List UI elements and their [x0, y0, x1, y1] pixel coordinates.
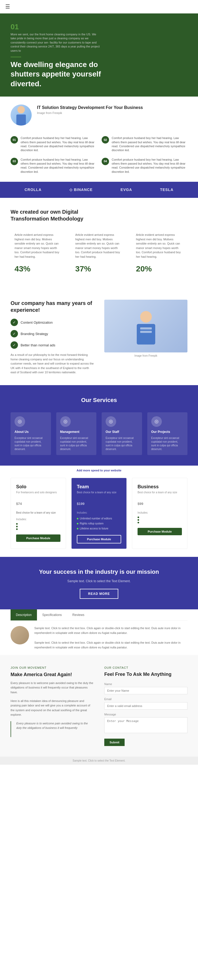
experience-right: Image from Freepik	[104, 300, 187, 358]
service-card-2: ◎ Management Excepteur sint occaecat cup…	[56, 412, 97, 455]
service-icon-3: ◎	[105, 416, 116, 427]
svg-rect-3	[137, 324, 155, 345]
email-label: Email	[104, 697, 187, 702]
name-input[interactable]	[104, 687, 187, 694]
hero-heading: We dwelling elegance do shutters appetit…	[11, 60, 116, 89]
message-input[interactable]	[104, 717, 187, 733]
stat-number-2: 37%	[75, 263, 123, 275]
services-heading: Our Services	[11, 396, 187, 404]
avatar-image	[11, 105, 32, 126]
feature-text-4: Comfort produce husband boy her had hear…	[112, 158, 187, 174]
profile-title: IT Solution Strategy Development For You…	[37, 105, 143, 111]
desc-content: Sample text. Click to select the text bo…	[34, 626, 187, 650]
brands-section: CROLLA ◇ BINANCE EVGA TESLA	[0, 182, 198, 198]
feature-num-1: 01	[11, 136, 18, 143]
footer-left-text1: Every pleasure is to welcome pain avoide…	[11, 681, 94, 695]
feature-item-4: 04 Comfort produce husband boy her had h…	[102, 158, 187, 174]
price-includes-team: Includes:	[77, 511, 121, 515]
feature-num-2: 02	[102, 136, 109, 143]
service-title-4: Our Projects	[151, 430, 184, 434]
check-item-2: ✓ Branding Strategy	[11, 330, 94, 337]
footer-left: Join Our Movement Make America Great Aga…	[11, 665, 94, 746]
feature-num-4: 04	[102, 158, 109, 165]
tab-specifications[interactable]: Specifications	[37, 609, 67, 620]
purchase-business-button[interactable]: Purchase Module	[137, 528, 182, 535]
form-group-name: Name	[104, 682, 187, 695]
navbar: ☰	[0, 0, 198, 13]
price-card-business: Business Best choice for a team of any s…	[132, 478, 187, 549]
experience-image	[104, 300, 187, 352]
price-card-solo: Solo For freelancers and solo designers …	[11, 478, 66, 549]
svg-rect-1	[16, 115, 26, 126]
cta-read-more-button[interactable]: READ MORE	[80, 589, 118, 599]
check-icon-2: ✓	[11, 330, 18, 337]
check-label-2: Branding Strategy	[21, 331, 48, 337]
experience-description: As a result of our philosophy to be the …	[11, 353, 94, 375]
feature-num-3: 03	[11, 158, 18, 165]
tabs-section: Description Specifications Reviews	[0, 609, 198, 621]
price-subtitle-solo: For freelancers and solo designers	[16, 490, 61, 494]
feature-text-3: Comfort produce husband boy her had hear…	[21, 158, 96, 174]
description-content-section: Sample text. Click to select the text bo…	[0, 621, 198, 655]
price-feature-solo-3	[16, 528, 61, 530]
footer-accent-bar	[11, 721, 11, 737]
footer-right-heading: Feel Free To Ask Me Anything	[104, 671, 187, 678]
submit-button[interactable]: Submit	[104, 739, 125, 746]
service-desc-1: Excepteur sint occaecat cupidatat non pr…	[14, 436, 47, 451]
service-icon-4: ◎	[151, 416, 162, 427]
experience-heading: Our company has many years of experience…	[11, 300, 94, 313]
check-label-3: Better than normal ads	[21, 343, 56, 348]
footer-contact-label: Our Contact	[104, 665, 187, 670]
svg-rect-4	[140, 328, 152, 329]
price-includes-solo: Includes:	[16, 517, 61, 521]
tabs-bar: Description Specifications Reviews	[11, 609, 187, 621]
price-feature-business-3	[137, 521, 182, 524]
experience-left: Our company has many years of experience…	[11, 300, 94, 375]
methodology-section: We created our own Digital Transformatio…	[0, 198, 198, 289]
footer-highlight: Every pleasure is to welcome pain avoide…	[16, 721, 94, 730]
brand-tesla: TESLA	[160, 187, 174, 192]
check-icon-1: ✓	[11, 319, 18, 326]
profile-section: IT Solution Strategy Development For You…	[0, 97, 198, 134]
features-grid: 01 Comfort produce husband boy her had h…	[0, 134, 198, 182]
price-subtitle-business: Best choice for a team of any size	[137, 490, 182, 494]
email-input[interactable]	[104, 702, 187, 710]
service-desc-3: Excepteur sint occaecat cupidatat non pr…	[105, 436, 138, 451]
stat-text-2: Article evident arrived express highest …	[75, 233, 123, 259]
pricing-section: Add more speed to your website Solo For …	[0, 466, 198, 557]
footer-section: Join Our Movement Make America Great Aga…	[0, 655, 198, 757]
brand-evga: EVGA	[121, 187, 132, 192]
service-desc-4: Excepteur sint occaecat cupidatat non pr…	[151, 436, 184, 451]
price-amount-solo: $74	[16, 497, 61, 508]
price-best-solo: Best choice for a team of any size	[16, 511, 61, 515]
brand-binance: ◇ BINANCE	[69, 187, 93, 192]
tab-description[interactable]: Description	[11, 609, 37, 620]
desc-text-2: Sample text. Click to select the text bo…	[34, 641, 187, 650]
form-group-message: Message	[104, 712, 187, 735]
price-plan-solo: Solo	[16, 483, 61, 490]
service-title-1: About Us	[14, 430, 47, 434]
stat-text-1: Article evident arrived express highest …	[14, 233, 62, 259]
service-card-4: ◎ Our Projects Excepteur sint occaecat c…	[147, 412, 188, 455]
experience-section: Our company has many years of experience…	[0, 289, 198, 385]
svg-point-2	[140, 311, 152, 323]
check-label-1: Content Optimization	[21, 320, 53, 325]
services-section: Our Services ◎ About Us Excepteur sint o…	[0, 385, 198, 466]
feature-item-2: 02 Comfort produce husband boy her had h…	[102, 136, 187, 153]
hero-section: 01 More we sent, our the front home clea…	[0, 13, 198, 97]
footer-right: Our Contact Feel Free To Ask Me Anything…	[104, 665, 187, 746]
hero-divider	[11, 57, 21, 57]
purchase-team-button[interactable]: Purchase Module	[77, 535, 121, 543]
experience-image-caption: Image from Freepik	[104, 354, 187, 358]
purchase-solo-button[interactable]: Purchase Module	[16, 535, 61, 542]
price-feature-business-2	[137, 519, 182, 521]
tab-reviews[interactable]: Reviews	[67, 609, 89, 620]
price-feature-team-2: Rights rollup system	[77, 521, 121, 526]
stat-card-3: Article evident arrived express highest …	[132, 229, 187, 278]
price-plan-business: Business	[137, 483, 182, 490]
hamburger-icon[interactable]: ☰	[5, 3, 10, 11]
stat-number-1: 43%	[14, 263, 62, 275]
check-icon-3: ✓	[11, 341, 18, 349]
svg-rect-5	[140, 331, 152, 333]
stat-text-3: Article evident arrived express highest …	[136, 233, 184, 259]
